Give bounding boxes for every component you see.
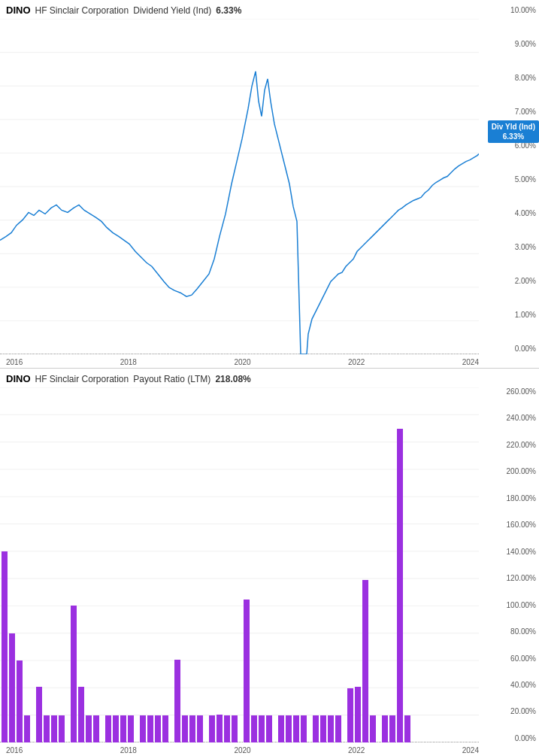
top-chart-header: DINO HF Sinclair Corporation Dividend Yi… xyxy=(6,5,241,16)
top-value: 6.33% xyxy=(216,5,241,16)
svg-rect-32 xyxy=(59,715,65,742)
svg-rect-70 xyxy=(389,715,395,742)
svg-rect-49 xyxy=(209,715,215,742)
svg-rect-64 xyxy=(335,715,341,742)
svg-rect-50 xyxy=(217,715,223,742)
svg-rect-33 xyxy=(71,606,77,742)
svg-rect-47 xyxy=(189,715,195,742)
svg-rect-36 xyxy=(93,715,99,742)
svg-rect-30 xyxy=(44,715,50,742)
svg-rect-39 xyxy=(120,715,126,742)
svg-rect-65 xyxy=(347,688,353,742)
top-line-chart xyxy=(0,19,479,354)
top-chart: DINO HF Sinclair Corporation Dividend Yi… xyxy=(0,0,539,369)
bottom-bar-chart xyxy=(0,387,479,742)
svg-rect-51 xyxy=(224,715,230,742)
svg-rect-26 xyxy=(9,633,15,742)
svg-rect-45 xyxy=(174,660,180,742)
svg-rect-61 xyxy=(313,715,319,742)
svg-rect-43 xyxy=(155,715,161,742)
svg-rect-35 xyxy=(86,715,92,742)
svg-rect-29 xyxy=(36,687,42,742)
top-metric: Dividend Yield (Ind) xyxy=(133,5,211,16)
top-x-axis: 2016 2018 2020 2022 2024 xyxy=(6,358,479,366)
svg-rect-34 xyxy=(78,687,84,742)
svg-rect-66 xyxy=(355,687,361,742)
bottom-chart-header: DINO HF Sinclair Corporation Payout Rati… xyxy=(6,373,251,384)
svg-rect-60 xyxy=(301,715,307,742)
top-badge: Div Yld (Ind) 6.33% xyxy=(488,120,539,143)
bottom-company: HF Sinclair Corporation xyxy=(35,374,129,384)
svg-rect-68 xyxy=(370,715,376,742)
svg-rect-57 xyxy=(278,715,284,742)
svg-rect-54 xyxy=(251,715,257,742)
svg-rect-52 xyxy=(232,715,238,742)
svg-rect-71 xyxy=(397,429,403,742)
svg-rect-58 xyxy=(286,715,292,742)
svg-rect-59 xyxy=(293,715,299,742)
bottom-chart: DINO HF Sinclair Corporation Payout Rati… xyxy=(0,369,539,756)
chart-container: DINO HF Sinclair Corporation Dividend Yi… xyxy=(0,0,539,756)
bottom-x-axis: 2016 2018 2020 2022 2024 xyxy=(6,746,479,754)
svg-rect-56 xyxy=(266,715,272,742)
svg-rect-69 xyxy=(382,715,388,742)
svg-rect-38 xyxy=(113,715,119,742)
svg-rect-40 xyxy=(128,715,134,742)
svg-rect-48 xyxy=(197,715,203,742)
svg-rect-41 xyxy=(140,715,146,742)
svg-rect-72 xyxy=(404,715,410,742)
svg-rect-55 xyxy=(259,715,265,742)
svg-rect-25 xyxy=(2,551,8,742)
svg-rect-44 xyxy=(162,715,168,742)
svg-rect-28 xyxy=(24,715,30,742)
bottom-value: 218.08% xyxy=(215,374,250,384)
top-company: HF Sinclair Corporation xyxy=(35,5,129,16)
svg-rect-46 xyxy=(182,715,188,742)
svg-rect-42 xyxy=(147,715,153,742)
svg-rect-63 xyxy=(328,715,334,742)
top-ticker: DINO xyxy=(6,5,31,16)
svg-rect-27 xyxy=(17,660,23,742)
svg-rect-67 xyxy=(362,580,368,742)
svg-rect-37 xyxy=(105,715,111,742)
svg-rect-31 xyxy=(51,715,57,742)
svg-rect-53 xyxy=(244,600,250,742)
bottom-y-axis: 260.00% 240.00% 220.00% 200.00% 180.00% … xyxy=(479,369,539,756)
bottom-metric: Payout Ratio (LTM) xyxy=(133,374,210,384)
svg-rect-62 xyxy=(320,715,326,742)
bottom-ticker: DINO xyxy=(6,373,31,384)
top-y-axis: 10.00% 9.00% 8.00% 7.00% 6.00% 5.00% 4.0… xyxy=(479,0,539,368)
